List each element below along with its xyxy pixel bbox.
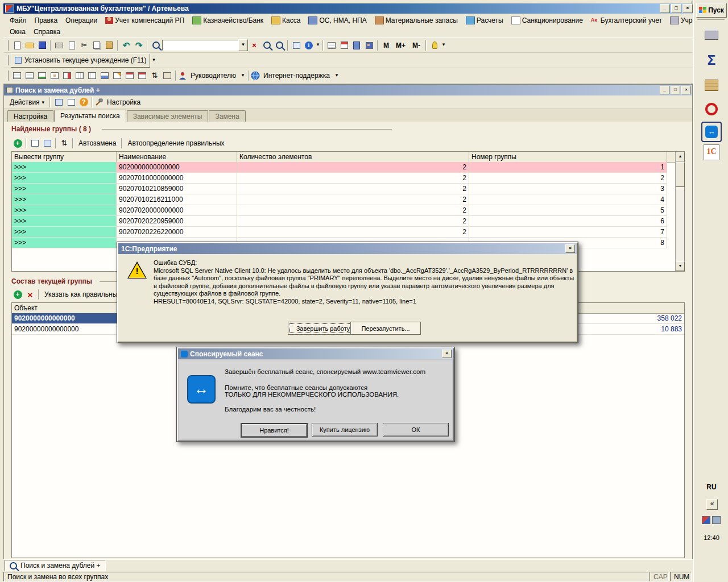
internet-support-button[interactable]: Интернет-поддержка [260, 70, 333, 81]
child-minimize-button[interactable]: _ [660, 86, 669, 94]
menu-operations[interactable]: Операции [61, 14, 101, 26]
journal-icon[interactable] [23, 69, 36, 82]
search-dropdown-button[interactable]: ▾ [238, 39, 248, 51]
add-group-button[interactable]: + [11, 137, 24, 149]
menu-materials[interactable]: Материальные запасы [371, 14, 462, 26]
add-element-button[interactable]: + [11, 288, 24, 301]
help-button[interactable]: ? [77, 96, 90, 109]
paste-button[interactable] [103, 39, 115, 52]
tab-dependent-elements[interactable]: Зависимые элементы [127, 110, 209, 122]
support-dropdown[interactable]: ▾ [333, 70, 340, 81]
column-header-object[interactable]: Объект [12, 303, 126, 313]
menu-accounting[interactable]: АкБухгалтерский учет [587, 14, 666, 26]
menu-fixed-assets[interactable]: ОС, НМА, НПА [304, 14, 370, 26]
menu-file[interactable]: Файл [6, 14, 31, 26]
scroll-down-button[interactable]: ▼ [676, 261, 685, 271]
restart-button[interactable]: Перезапустить... [350, 322, 421, 335]
buy-license-button[interactable]: Купить лицензию [312, 423, 378, 436]
reread-button[interactable] [52, 96, 65, 109]
tray-shield-icon[interactable] [702, 516, 710, 524]
new-document-button[interactable] [11, 39, 23, 52]
quicklaunch-opera[interactable] [702, 100, 721, 118]
journal-icon[interactable] [161, 69, 173, 82]
child-restore-button[interactable]: □ [671, 86, 680, 94]
settings-button[interactable]: Настройка [104, 97, 144, 107]
table-row[interactable]: >>> 90207020226220000 2 7 [12, 227, 684, 238]
sort-button[interactable]: ⇅ [58, 137, 71, 149]
manager-dropdown[interactable]: ▾ [239, 70, 246, 81]
menu-sanctioning[interactable]: Санкционирование [507, 14, 587, 26]
print-button[interactable] [53, 39, 65, 52]
mark-correct-button[interactable]: Указать как правильный [41, 289, 125, 300]
table-row[interactable]: >>> 90207020000000000 2 5 [12, 205, 684, 216]
info-button[interactable]: i [303, 39, 315, 52]
autodetect-button[interactable]: Автоопределение правильных [124, 138, 228, 148]
shutdown-button[interactable]: Завершить работу [288, 322, 358, 335]
journal-icon[interactable] [61, 69, 73, 82]
institution-dropdown[interactable]: ▾ [150, 55, 157, 66]
toolbar-grip[interactable] [6, 55, 9, 65]
menu-treasury[interactable]: Казначейство/Банк [188, 14, 267, 26]
menu-compensation[interactable]: Учет компенсаций РП [101, 14, 188, 26]
language-indicator[interactable]: RU [694, 483, 728, 491]
quicklaunch-teamviewer[interactable]: ↔ [701, 122, 722, 142]
menu-edit[interactable]: Правка [31, 14, 62, 26]
journal-icon[interactable] [86, 69, 98, 82]
scroll-thumb[interactable] [676, 162, 685, 187]
column-header-num[interactable]: Номер группы [469, 152, 667, 162]
close-button[interactable]: × [682, 4, 693, 13]
memory-subtract-button[interactable]: M- [409, 40, 424, 51]
memory-recall-button[interactable]: M [380, 40, 392, 51]
table-row[interactable]: >>> 90207010216211000 2 4 [12, 194, 684, 205]
tray-collapse-button[interactable]: « [706, 499, 718, 510]
info-dropdown[interactable]: ▾ [315, 40, 321, 51]
journal-icon[interactable] [98, 69, 111, 82]
column-header-count[interactable]: Количество элементов [237, 152, 469, 162]
memory-add-button[interactable]: M+ [392, 40, 409, 51]
menu-settlements[interactable]: Расчеты [462, 14, 507, 26]
toolbar-grip[interactable] [6, 70, 9, 81]
tv-dialog-close-button[interactable]: × [442, 350, 452, 358]
maximize-button[interactable]: □ [671, 4, 681, 13]
journal-icon[interactable] [48, 69, 61, 82]
quicklaunch-app[interactable]: Σ [702, 51, 721, 69]
journal-icon[interactable] [11, 69, 23, 82]
search-button[interactable] [150, 39, 162, 52]
journal-icon[interactable] [111, 69, 123, 82]
copy-button[interactable] [90, 39, 103, 52]
save-button[interactable] [36, 39, 48, 52]
table-row[interactable]: >>> 90207010210859000 2 3 [12, 184, 684, 194]
tips-button[interactable] [428, 39, 441, 52]
table-row[interactable]: >>> 9020000000000000 2 1 [12, 162, 684, 173]
menu-help[interactable]: Справка [30, 26, 64, 38]
list-settings-button[interactable] [65, 96, 77, 109]
quicklaunch-printer[interactable] [702, 26, 721, 44]
undo-button[interactable]: ↶ [120, 39, 133, 52]
collapse-group-button[interactable] [41, 137, 53, 149]
error-dialog-close-button[interactable]: × [565, 244, 575, 253]
autoreplace-button[interactable]: Автозамена [75, 138, 119, 148]
actions-menu-button[interactable]: Действия ▾ [6, 97, 48, 107]
search-clear-button[interactable]: × [248, 39, 260, 52]
redo-button[interactable]: ↷ [133, 39, 145, 52]
set-institution-button[interactable]: Установить текущее учреждение (F11) [11, 53, 150, 68]
delete-element-button[interactable]: × [24, 288, 36, 301]
tab-search-results[interactable]: Результаты поиска [54, 110, 126, 122]
child-close-button[interactable]: × [681, 86, 691, 94]
manager-menu-button[interactable]: Руководителю [187, 70, 239, 81]
contacts-button[interactable] [363, 39, 375, 52]
open-button[interactable] [23, 39, 36, 52]
column-header-name[interactable]: Наименование [117, 152, 237, 162]
like-button[interactable]: Нравится! [241, 423, 308, 438]
find-previous-button[interactable] [260, 39, 273, 52]
preview-button[interactable] [65, 39, 78, 52]
journal-icon[interactable] [36, 69, 48, 82]
journal-icon[interactable] [136, 69, 148, 82]
column-header-flag[interactable]: Вывести группу [12, 152, 117, 162]
start-button[interactable]: Пуск [696, 3, 727, 18]
ok-button[interactable]: ОК [383, 423, 449, 436]
scroll-up-button[interactable]: ▲ [676, 152, 685, 161]
tab-settings[interactable]: Настройка [7, 110, 53, 122]
quicklaunch-cabinet[interactable] [702, 76, 721, 94]
copy-fragment-button[interactable] [290, 39, 303, 52]
